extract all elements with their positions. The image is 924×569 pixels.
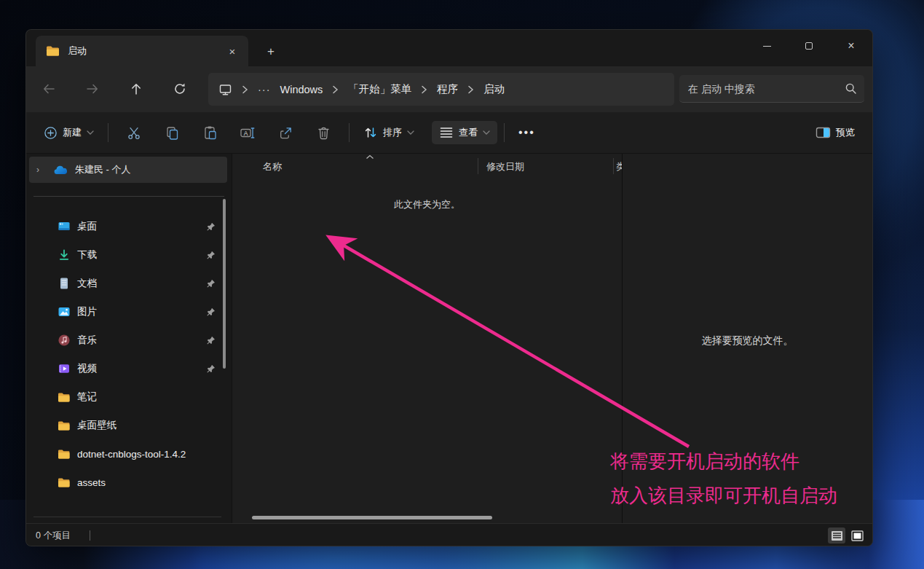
navigation-pane: › 朱建民 - 个人 桌面 (26, 154, 232, 523)
column-header-date-modified[interactable]: 修改日期 (486, 160, 524, 173)
minimize-button[interactable] (746, 30, 788, 62)
close-button[interactable]: × (830, 30, 872, 62)
copy-button[interactable] (156, 119, 188, 146)
view-button[interactable]: 查看 (432, 121, 497, 144)
copy-icon (165, 125, 180, 141)
breadcrumb-segment-startup[interactable]: 启动 (483, 82, 505, 96)
sidebar-item-onedrive[interactable]: › 朱建民 - 个人 (29, 157, 227, 183)
sidebar-item-notes-folder[interactable]: 笔记 (26, 383, 227, 411)
refresh-button[interactable] (167, 76, 192, 101)
back-button[interactable] (36, 76, 61, 101)
breadcrumb-segment-start-menu[interactable]: 「开始」菜单 (348, 82, 411, 96)
tab-title: 启动 (68, 44, 216, 58)
command-bar: 新建 (26, 112, 872, 154)
preview-pane-icon (816, 126, 831, 139)
music-icon (58, 334, 71, 347)
sidebar-item-label: 图片 (77, 305, 97, 318)
large-icons-view-button[interactable] (848, 527, 866, 544)
rename-icon: A (240, 125, 256, 141)
horizontal-scrollbar[interactable] (252, 516, 492, 519)
paste-button[interactable] (194, 119, 226, 146)
sidebar-item-videos[interactable]: 视频 (26, 355, 227, 382)
breadcrumb: ··· Windows 「开始」菜单 程序 启动 (208, 73, 674, 106)
toolbar-separator (108, 123, 108, 142)
breadcrumb-segment-windows[interactable]: Windows (280, 84, 323, 95)
sidebar-item-dotnet-cnblogs-folder[interactable]: dotnet-cnblogs-tool-1.4.2 (26, 440, 227, 468)
this-pc-icon[interactable] (218, 83, 232, 96)
folder-icon (46, 45, 60, 57)
column-separator[interactable] (478, 158, 478, 174)
pin-icon (206, 307, 216, 317)
preview-button-label: 预览 (836, 126, 855, 139)
chevron-right-icon (242, 85, 248, 94)
sidebar-item-desktop[interactable]: 桌面 (26, 213, 227, 240)
sort-button[interactable]: 排序 (356, 120, 422, 145)
preview-pane: 选择要预览的文件。 (622, 154, 872, 523)
details-view-button[interactable] (828, 527, 845, 544)
chevron-right-icon (421, 85, 427, 94)
sort-ascending-caret-icon (366, 154, 374, 160)
details-view-icon (831, 530, 843, 541)
videos-icon (58, 362, 71, 375)
sidebar-item-wallpapers-folder[interactable]: 桌面壁纸 (26, 412, 227, 439)
sidebar-item-music[interactable]: 音乐 (26, 326, 227, 354)
sort-button-label: 排序 (383, 126, 402, 139)
more-options-button[interactable]: ••• (511, 126, 542, 139)
pin-icon (206, 364, 216, 374)
delete-button[interactable] (307, 119, 339, 146)
folder-icon (58, 420, 71, 431)
sidebar-item-assets-folder[interactable]: assets (26, 468, 227, 496)
breadcrumb-segment-programs[interactable]: 程序 (437, 82, 458, 96)
explorer-content: › 朱建民 - 个人 桌面 (26, 154, 872, 523)
chevron-right-icon (467, 85, 474, 94)
up-button[interactable] (124, 76, 149, 101)
column-header-name[interactable]: 名称 (263, 160, 282, 173)
delete-icon (316, 125, 331, 141)
chevron-down-icon (407, 130, 414, 135)
forward-button[interactable] (80, 76, 105, 101)
sidebar-item-downloads[interactable]: 下载 (26, 241, 227, 269)
tab-close-button[interactable]: × (224, 42, 241, 60)
column-separator[interactable] (613, 158, 614, 174)
back-icon (42, 82, 56, 96)
chevron-down-icon (87, 130, 94, 135)
tab-bar: 启动 × + × (26, 30, 872, 66)
search-box (679, 75, 864, 103)
up-icon (129, 82, 143, 96)
pin-icon (206, 336, 216, 345)
desktop-icon (58, 220, 71, 233)
sidebar-item-pictures[interactable]: 图片 (26, 298, 227, 326)
new-button[interactable]: 新建 (36, 121, 101, 145)
folder-icon (58, 449, 71, 460)
maximize-button[interactable] (788, 30, 830, 62)
empty-folder-message: 此文件夹为空。 (232, 198, 622, 211)
paste-icon (202, 125, 218, 141)
search-icon[interactable] (845, 82, 857, 95)
column-header-type[interactable]: 类型 (616, 160, 622, 173)
status-divider (90, 530, 90, 541)
new-tab-button[interactable]: + (261, 43, 281, 60)
breadcrumb-overflow-button[interactable]: ··· (258, 84, 271, 95)
view-toggles (828, 527, 866, 544)
large-icons-view-icon (851, 530, 864, 541)
sidebar-item-label: 视频 (77, 362, 97, 375)
sidebar-item-documents[interactable]: 文档 (26, 270, 227, 297)
toolbar-separator (504, 123, 505, 142)
pin-icon (206, 222, 216, 232)
rename-button[interactable]: A (232, 119, 264, 146)
sidebar-item-label: 下载 (77, 248, 97, 262)
sidebar-item-label: 桌面壁纸 (77, 419, 117, 432)
toolbar-separator (349, 123, 350, 142)
status-bar: 0 个项目 (26, 523, 872, 546)
expander-chevron-icon[interactable]: › (36, 165, 47, 175)
sort-icon (363, 125, 378, 140)
tab-startup[interactable]: 启动 × (36, 36, 248, 66)
desktop-wallpaper: 启动 × + × (0, 0, 924, 569)
sidebar-scrollbar[interactable] (223, 199, 226, 369)
share-button[interactable] (269, 119, 301, 146)
preview-toggle-button[interactable]: 预览 (808, 121, 862, 144)
pictures-icon (58, 305, 71, 318)
cut-button[interactable] (118, 119, 150, 146)
close-icon: × (848, 40, 854, 52)
search-input[interactable] (688, 83, 845, 95)
